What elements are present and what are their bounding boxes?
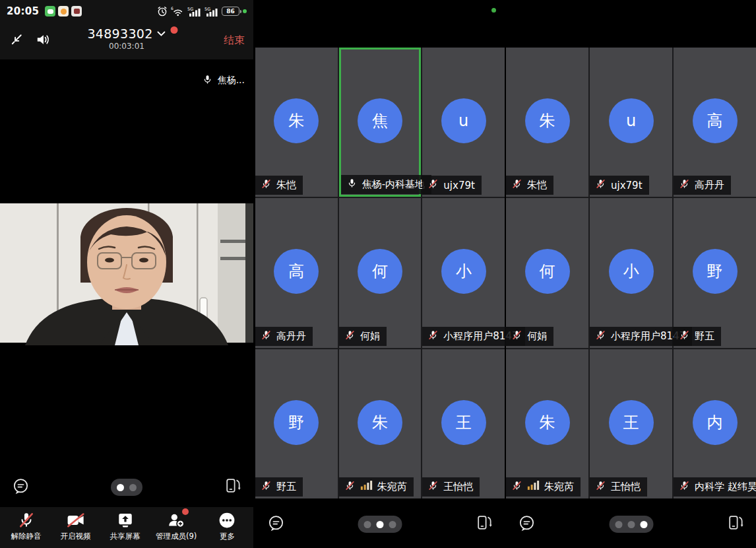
participant-tile[interactable]: 王 王怡恺 bbox=[590, 349, 672, 498]
minimize-icon[interactable] bbox=[9, 32, 24, 47]
participant-avatar: 朱 bbox=[274, 98, 319, 143]
mic-muted-icon bbox=[261, 329, 272, 341]
camera-indicator-dot bbox=[491, 8, 496, 13]
participant-avatar: 王 bbox=[609, 400, 654, 445]
left-phone-screen: 20:05 6 5G bbox=[0, 0, 253, 548]
wifi-icon: 6 bbox=[171, 6, 184, 17]
toolbar-button-label: 共享屏幕 bbox=[110, 531, 141, 541]
page-dot bbox=[640, 521, 647, 528]
rotate-screen-button[interactable] bbox=[475, 514, 493, 535]
speaker-icon[interactable] bbox=[35, 32, 51, 47]
mic-muted-icon bbox=[595, 178, 606, 189]
participant-name-tag: 高丹丹 bbox=[255, 327, 313, 346]
participant-tile[interactable]: 朱 朱宛芮 bbox=[506, 349, 588, 498]
participant-name-tag: 朱宛芮 bbox=[506, 477, 581, 497]
participant-name-tag: 内科学 赵纬昊 bbox=[674, 477, 756, 497]
recording-dot bbox=[171, 26, 178, 34]
participant-name: 朱恺 bbox=[276, 179, 296, 191]
grid-bottom-bar bbox=[506, 498, 756, 548]
svg-text:6: 6 bbox=[171, 6, 173, 11]
notification-badge-dot bbox=[182, 508, 189, 515]
page-indicator[interactable] bbox=[358, 516, 402, 533]
toolbar-button-camera-off[interactable]: 开启视频 bbox=[57, 511, 95, 541]
mic-muted-icon bbox=[511, 178, 522, 189]
participant-avatar: 何 bbox=[358, 249, 402, 294]
grid-screen-1: 朱 朱恺 焦 焦杨-内科基地 u ujx79t 高 bbox=[253, 0, 505, 548]
chat-icon bbox=[518, 514, 536, 532]
page-dot bbox=[117, 484, 124, 491]
participant-name: 高丹丹 bbox=[276, 330, 306, 343]
participant-tile[interactable]: 王 王怡恺 bbox=[422, 349, 505, 498]
toolbar-button-label: 管理成员(9) bbox=[156, 531, 197, 541]
participant-tile[interactable]: 朱 朱恺 bbox=[506, 48, 588, 197]
participant-name-tag: 朱恺 bbox=[255, 176, 303, 195]
toolbar-button-label: 更多 bbox=[220, 531, 235, 541]
participant-tile[interactable]: u ujx79t bbox=[422, 48, 505, 197]
wechat-app-icon bbox=[45, 6, 55, 17]
mic-muted-icon bbox=[18, 511, 35, 529]
toolbar-button-share-screen[interactable]: 共享屏幕 bbox=[106, 511, 144, 541]
mic-muted-icon bbox=[595, 329, 606, 341]
page-dot bbox=[377, 521, 384, 528]
end-meeting-button[interactable]: 结束 bbox=[224, 34, 245, 48]
participant-avatar: 朱 bbox=[525, 400, 570, 445]
app-icon-red bbox=[71, 6, 82, 17]
mic-muted-icon bbox=[679, 329, 690, 341]
participant-name-tag: 焦杨-内科基地 bbox=[341, 175, 431, 194]
participant-name: 朱恺 bbox=[527, 179, 547, 191]
chat-button[interactable] bbox=[267, 514, 285, 535]
participant-avatar: u bbox=[609, 98, 654, 143]
participant-tile[interactable]: 何 何娟 bbox=[339, 198, 422, 347]
participant-avatar: 焦 bbox=[358, 98, 402, 143]
participant-tile[interactable]: 何 何娟 bbox=[506, 198, 588, 347]
chevron-down-icon bbox=[157, 30, 166, 37]
participant-name: 朱宛芮 bbox=[377, 481, 407, 493]
participant-tile[interactable]: 野 野五 bbox=[674, 198, 756, 347]
toolbar-button-label: 解除静音 bbox=[11, 531, 42, 541]
participant-avatar: 高 bbox=[693, 98, 738, 143]
cellular-signal-icon-2: 5G bbox=[205, 6, 218, 17]
participant-tile[interactable]: 野 野五 bbox=[255, 349, 338, 498]
participant-name: 焦杨-内科基地 bbox=[362, 178, 425, 191]
participant-name-tag: 王怡恺 bbox=[590, 477, 647, 497]
participant-tile[interactable]: 小 小程序用户8147 bbox=[422, 198, 505, 347]
participant-name: ujx79t bbox=[611, 180, 643, 191]
participant-name: 何娟 bbox=[360, 330, 380, 343]
toolbar-button-more[interactable]: 更多 bbox=[208, 511, 246, 541]
participant-tile[interactable]: 焦 焦杨-内科基地 bbox=[339, 48, 422, 197]
privacy-indicator-dot bbox=[243, 9, 247, 13]
active-speaker-video[interactable]: 焦杨... bbox=[0, 59, 253, 200]
camera-off-icon bbox=[67, 512, 85, 528]
alarm-icon bbox=[157, 6, 168, 17]
participant-tile[interactable]: 朱 朱恺 bbox=[255, 48, 338, 197]
chat-button[interactable] bbox=[12, 477, 30, 498]
toolbar-button-mic-muted[interactable]: 解除静音 bbox=[7, 511, 46, 541]
participant-avatar: 小 bbox=[609, 249, 654, 294]
participant-avatar: 野 bbox=[274, 400, 319, 445]
page-indicator[interactable] bbox=[111, 479, 142, 496]
rotate-screen-button[interactable] bbox=[726, 514, 744, 535]
page-dot bbox=[627, 521, 635, 528]
meeting-id-dropdown[interactable]: 34893302 00:03:01 bbox=[87, 26, 166, 51]
participant-tile[interactable]: 高 高丹丹 bbox=[674, 48, 756, 197]
participant-tile[interactable]: 小 小程序用户8147 bbox=[590, 198, 672, 347]
participant-name: 高丹丹 bbox=[695, 179, 724, 191]
participant-tile[interactable]: 高 高丹丹 bbox=[255, 198, 338, 347]
call-header: 34893302 00:03:01 结束 bbox=[0, 22, 253, 59]
participant-name-tag: 朱恺 bbox=[506, 176, 553, 195]
toolbar-button-label: 开启视频 bbox=[61, 531, 91, 541]
mic-muted-icon bbox=[511, 480, 522, 491]
participant-tile[interactable]: u ujx79t bbox=[590, 48, 672, 197]
participant-tile[interactable]: 内 内科学 赵纬昊 bbox=[674, 349, 756, 498]
share-screen-icon bbox=[117, 512, 134, 529]
rotate-screen-button[interactable] bbox=[224, 477, 241, 498]
participant-tile[interactable]: 朱 朱宛芮 bbox=[339, 349, 422, 498]
participant-video-feed[interactable] bbox=[0, 200, 253, 345]
webcam-video-illustration bbox=[0, 200, 253, 345]
battery-indicator: 86 bbox=[222, 7, 239, 16]
page-indicator[interactable] bbox=[609, 516, 653, 533]
participant-name: 王怡恺 bbox=[443, 481, 473, 493]
toolbar-button-members[interactable]: 管理成员(9) bbox=[156, 511, 197, 541]
participant-name-tag: ujx79t bbox=[422, 176, 482, 195]
chat-button[interactable] bbox=[518, 514, 536, 535]
